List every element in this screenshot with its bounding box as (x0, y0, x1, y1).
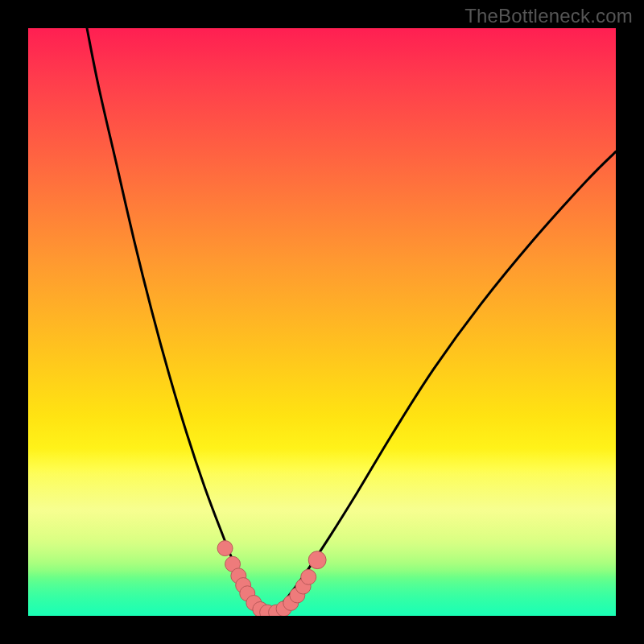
right-branch-curve (266, 151, 616, 616)
chart-frame: TheBottleneck.com (0, 0, 644, 644)
marker-group (217, 541, 326, 616)
plot-area (28, 28, 616, 616)
data-marker-14 (308, 551, 326, 569)
data-marker-13 (301, 569, 316, 584)
curve-layer (28, 28, 616, 616)
left-branch-curve (87, 28, 266, 616)
data-marker-0 (217, 541, 233, 556)
watermark-text: TheBottleneck.com (464, 5, 633, 27)
